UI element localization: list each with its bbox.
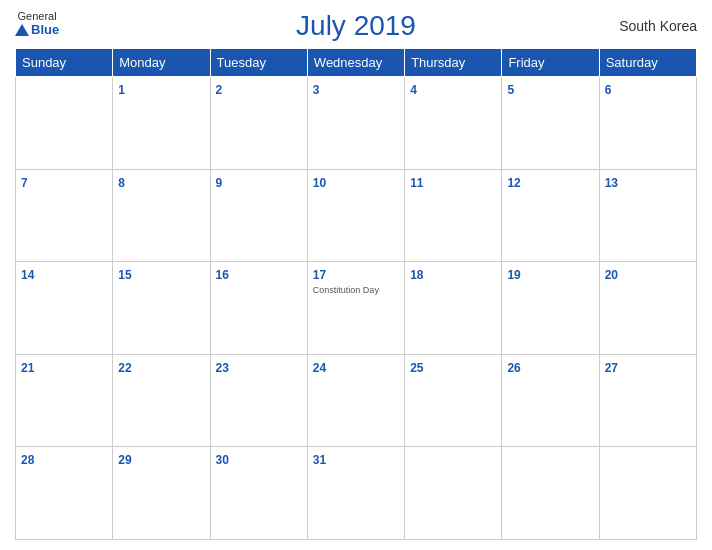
calendar-cell: 27 <box>599 354 696 447</box>
day-number: 8 <box>118 176 125 190</box>
weekday-header-friday: Friday <box>502 49 599 77</box>
day-number: 15 <box>118 268 131 282</box>
day-number: 11 <box>410 176 423 190</box>
calendar-container: General Blue July 2019 South Korea Sunda… <box>0 0 712 550</box>
day-number: 30 <box>216 453 229 467</box>
calendar-week-row: 14151617Constitution Day181920 <box>16 262 697 355</box>
day-number: 1 <box>118 83 125 97</box>
calendar-week-row: 78910111213 <box>16 169 697 262</box>
day-number: 3 <box>313 83 320 97</box>
calendar-cell: 8 <box>113 169 210 262</box>
calendar-title: July 2019 <box>296 10 416 42</box>
day-number: 20 <box>605 268 618 282</box>
day-number: 12 <box>507 176 520 190</box>
calendar-cell <box>502 447 599 540</box>
calendar-cell: 3 <box>307 77 404 170</box>
day-number: 31 <box>313 453 326 467</box>
calendar-cell: 26 <box>502 354 599 447</box>
calendar-cell: 4 <box>405 77 502 170</box>
weekday-header-sunday: Sunday <box>16 49 113 77</box>
day-number: 9 <box>216 176 223 190</box>
day-number: 18 <box>410 268 423 282</box>
weekday-header-monday: Monday <box>113 49 210 77</box>
calendar-cell: 2 <box>210 77 307 170</box>
day-number: 6 <box>605 83 612 97</box>
calendar-cell: 19 <box>502 262 599 355</box>
day-number: 25 <box>410 361 423 375</box>
calendar-cell: 7 <box>16 169 113 262</box>
calendar-cell: 22 <box>113 354 210 447</box>
calendar-cell: 14 <box>16 262 113 355</box>
day-number: 22 <box>118 361 131 375</box>
day-number: 5 <box>507 83 514 97</box>
weekday-header-row: SundayMondayTuesdayWednesdayThursdayFrid… <box>16 49 697 77</box>
day-number: 16 <box>216 268 229 282</box>
calendar-header: General Blue July 2019 South Korea <box>15 10 697 42</box>
logo: General Blue <box>15 10 59 37</box>
calendar-cell: 12 <box>502 169 599 262</box>
calendar-cell: 13 <box>599 169 696 262</box>
logo-blue-text: Blue <box>15 22 59 37</box>
calendar-cell: 21 <box>16 354 113 447</box>
day-number: 7 <box>21 176 28 190</box>
day-number: 13 <box>605 176 618 190</box>
calendar-cell <box>405 447 502 540</box>
day-number: 19 <box>507 268 520 282</box>
day-number: 14 <box>21 268 34 282</box>
event-label: Constitution Day <box>313 285 399 296</box>
logo-triangle-icon <box>15 24 29 36</box>
calendar-cell: 17Constitution Day <box>307 262 404 355</box>
calendar-cell: 5 <box>502 77 599 170</box>
day-number: 21 <box>21 361 34 375</box>
day-number: 23 <box>216 361 229 375</box>
calendar-cell: 24 <box>307 354 404 447</box>
weekday-header-saturday: Saturday <box>599 49 696 77</box>
calendar-cell: 11 <box>405 169 502 262</box>
calendar-cell <box>599 447 696 540</box>
day-number: 24 <box>313 361 326 375</box>
calendar-cell: 1 <box>113 77 210 170</box>
calendar-cell: 20 <box>599 262 696 355</box>
calendar-week-row: 21222324252627 <box>16 354 697 447</box>
day-number: 28 <box>21 453 34 467</box>
calendar-table: SundayMondayTuesdayWednesdayThursdayFrid… <box>15 48 697 540</box>
day-number: 2 <box>216 83 223 97</box>
day-number: 26 <box>507 361 520 375</box>
logo-general-text: General <box>18 10 57 22</box>
calendar-cell: 28 <box>16 447 113 540</box>
day-number: 4 <box>410 83 417 97</box>
day-number: 27 <box>605 361 618 375</box>
calendar-cell: 31 <box>307 447 404 540</box>
calendar-week-row: 123456 <box>16 77 697 170</box>
calendar-cell: 6 <box>599 77 696 170</box>
calendar-cell: 25 <box>405 354 502 447</box>
calendar-week-row: 28293031 <box>16 447 697 540</box>
day-number: 17 <box>313 268 326 282</box>
calendar-cell: 16 <box>210 262 307 355</box>
weekday-header-wednesday: Wednesday <box>307 49 404 77</box>
calendar-cell: 30 <box>210 447 307 540</box>
calendar-cell: 10 <box>307 169 404 262</box>
weekday-header-thursday: Thursday <box>405 49 502 77</box>
day-number: 29 <box>118 453 131 467</box>
calendar-cell: 23 <box>210 354 307 447</box>
calendar-cell: 15 <box>113 262 210 355</box>
calendar-cell: 29 <box>113 447 210 540</box>
calendar-cell <box>16 77 113 170</box>
calendar-cell: 9 <box>210 169 307 262</box>
country-label: South Korea <box>619 18 697 34</box>
weekday-header-tuesday: Tuesday <box>210 49 307 77</box>
day-number: 10 <box>313 176 326 190</box>
calendar-cell: 18 <box>405 262 502 355</box>
